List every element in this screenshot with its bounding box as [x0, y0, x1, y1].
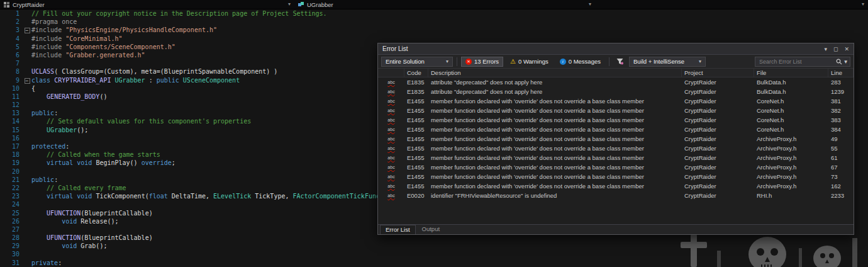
line-number: 6 [0, 51, 23, 59]
code-text: // Sets default values for this componen… [31, 117, 251, 125]
chevron-down-icon: ▾ [446, 59, 448, 64]
code-line[interactable]: 3−#include "PhysicsEngine/PhysicsHandleC… [0, 26, 868, 34]
fold-spacer [23, 209, 31, 217]
nav-type-label: UGrabber [307, 1, 333, 8]
intellisense-error-icon: abc [378, 87, 404, 96]
code-line[interactable]: 4#include "CoreMinimal.h" [0, 35, 868, 43]
error-line: 73 [828, 172, 854, 181]
error-row[interactable]: abcE1455member function declared with 'o… [378, 162, 854, 172]
error-code: E1455 [404, 96, 428, 106]
error-file: ArchiveProxy.h [754, 153, 828, 162]
source-dropdown[interactable]: Build + IntelliSense ▾ [629, 57, 706, 67]
window-position-icon[interactable]: ▾ [824, 46, 827, 52]
tab-output[interactable]: Output [417, 225, 445, 234]
error-row[interactable]: abcE1835attribute "deprecated" does not … [378, 77, 854, 87]
fold-spacer [23, 200, 31, 208]
scope-dropdown-label: Entire Solution [386, 58, 425, 65]
code-text: private: [31, 259, 62, 267]
error-row[interactable]: abcE1455member function declared with 'o… [378, 106, 854, 115]
error-row[interactable]: abcE1455member function declared with 'o… [378, 144, 854, 153]
error-row[interactable]: abcE1455member function declared with 'o… [378, 172, 854, 181]
column-header-file[interactable]: File [754, 69, 828, 77]
code-text: void Release(); [31, 217, 119, 225]
error-file: ArchiveProxy.h [754, 162, 828, 172]
line-number: 27 [0, 225, 23, 234]
code-text: UGrabber(); [31, 126, 88, 134]
fold-spacer [23, 184, 31, 192]
code-text: #include "Components/SceneComponent.h" [31, 43, 175, 51]
error-line: 162 [828, 181, 854, 191]
filter-button[interactable] [613, 57, 626, 67]
search-input[interactable] [758, 58, 834, 65]
chevron-down-icon[interactable]: ▾ [844, 58, 847, 65]
code-line[interactable]: 2#pragma once [0, 18, 868, 26]
code-text: #include "Grabber.generated.h" [31, 51, 145, 59]
fold-spacer [23, 18, 31, 26]
fold-spacer [23, 176, 31, 184]
warnings-filter-button[interactable]: ⚠ 0 Warnings [506, 57, 553, 67]
error-row[interactable]: abcE1455member function declared with 'o… [378, 125, 854, 134]
column-header-icon[interactable] [378, 69, 404, 77]
error-list-empty-area [378, 200, 854, 224]
error-file: ArchiveProxy.h [754, 172, 828, 181]
errors-filter-button[interactable]: ✕ 13 Errors [461, 57, 503, 67]
error-row[interactable]: abcE1835attribute "deprecated" does not … [378, 87, 854, 96]
panel-title: Error List [382, 45, 408, 52]
search-box: ▾ [755, 57, 850, 67]
error-row[interactable]: abcE1455member function declared with 'o… [378, 134, 854, 144]
fold-spacer [23, 225, 31, 234]
filter-funnel-icon [616, 58, 623, 65]
error-row[interactable]: abcE1455member function declared with 'o… [378, 181, 854, 191]
code-text: void Grab(); [31, 242, 107, 250]
intellisense-error-icon: abc [378, 96, 404, 106]
error-list-titlebar[interactable]: Error List ▾ ◻ ✕ [378, 43, 854, 55]
maximize-icon[interactable]: ◻ [833, 46, 838, 52]
nav-project-dropdown[interactable]: CryptRaider ▾ [0, 0, 294, 9]
error-row[interactable]: abcE1455member function declared with 'o… [378, 96, 854, 106]
error-row[interactable]: abcE1455member function declared with 'o… [378, 115, 854, 125]
error-row[interactable]: abcE1455member function declared with 'o… [378, 153, 854, 162]
nav-type-dropdown[interactable]: UGrabber ▾ [294, 0, 595, 9]
error-project: CryptRaider [682, 134, 754, 144]
error-file: ArchiveProxy.h [754, 144, 828, 153]
line-number: 30 [0, 250, 23, 258]
error-code: E1455 [404, 134, 428, 144]
column-header-line[interactable]: Line [828, 69, 854, 77]
tab-error-list[interactable]: Error List [380, 225, 416, 234]
column-header-code[interactable]: Code [404, 69, 428, 77]
project-icon [4, 2, 9, 8]
intellisense-error-icon: abc [378, 181, 404, 191]
code-text: public: [31, 109, 58, 117]
line-number: 2 [0, 18, 23, 26]
fold-spacer [23, 259, 31, 267]
error-file: ArchiveProxy.h [754, 134, 828, 144]
code-text: class CRYPTRAIDER_API UGrabber : public … [31, 76, 240, 84]
toolbar-separator [609, 57, 609, 66]
column-header-description[interactable]: Description [428, 69, 682, 77]
error-row[interactable]: abcE0020identifier "FRHIViewableResource… [378, 191, 854, 200]
fold-spacer [23, 59, 31, 67]
fold-spacer [23, 192, 31, 200]
column-header-project[interactable]: Project [682, 69, 754, 77]
fold-spacer [23, 250, 31, 258]
line-number: 15 [0, 126, 23, 134]
messages-filter-button[interactable]: i 0 Messages [555, 57, 605, 67]
intellisense-error-icon: abc [378, 125, 404, 134]
error-code: E1455 [404, 181, 428, 191]
error-description: identifier "FRHIViewableResource" is und… [428, 191, 682, 200]
nav-member-dropdown[interactable]: ▾ [595, 0, 868, 9]
line-number: 20 [0, 168, 23, 176]
search-icon[interactable] [836, 59, 842, 65]
close-icon[interactable]: ✕ [844, 46, 849, 52]
fold-marker-icon[interactable]: − [23, 76, 31, 84]
error-code: E0020 [404, 191, 428, 200]
fold-marker-icon[interactable]: − [23, 26, 31, 34]
intellisense-error-icon: abc [378, 115, 404, 125]
error-description: member function declared with 'override'… [428, 134, 682, 144]
error-project: CryptRaider [682, 172, 754, 181]
scope-dropdown[interactable]: Entire Solution ▾ [381, 57, 453, 67]
error-list-panel: Error List ▾ ◻ ✕ Entire Solution ▾ ✕ 13 … [377, 43, 854, 235]
error-code: E1835 [404, 77, 428, 87]
code-text: UCLASS( ClassGroup=(Custom), meta=(Bluep… [31, 67, 277, 76]
code-line[interactable]: 1// Fill out your copyright notice in th… [0, 9, 868, 18]
